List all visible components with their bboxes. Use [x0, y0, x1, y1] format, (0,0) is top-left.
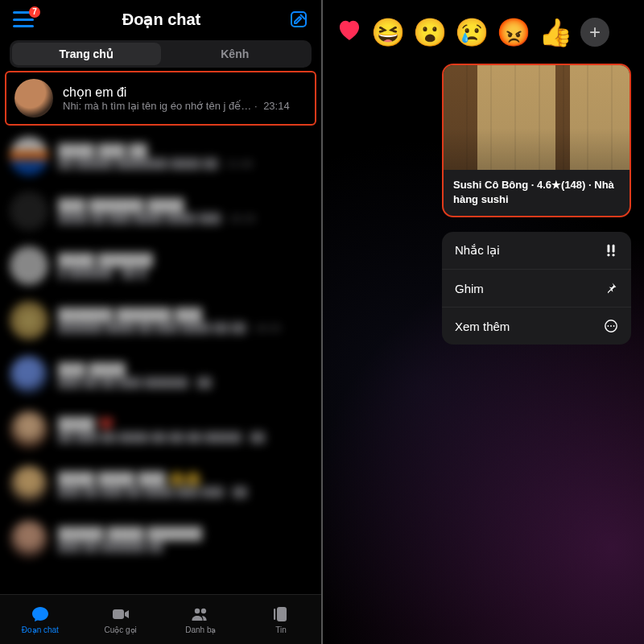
- chat-list-screen: 7 Đoạn chat Trang chủ Kênh chọn em đi Nh…: [0, 0, 321, 644]
- react-like[interactable]: 👍: [539, 19, 572, 46]
- svg-point-2: [195, 609, 200, 613]
- compose-button[interactable]: [289, 10, 308, 29]
- tab-home[interactable]: Trang chủ: [12, 43, 161, 65]
- chat-preview: Nhi: mà h tìm lại tên ig éo nhớ tên j đế…: [63, 100, 307, 112]
- more-icon: [604, 319, 618, 333]
- svg-rect-0: [291, 12, 306, 27]
- svg-point-12: [610, 325, 612, 327]
- react-angry[interactable]: 😡: [497, 19, 530, 46]
- avatar: [14, 79, 53, 118]
- menu-label: Xem thêm: [455, 320, 510, 333]
- video-icon: [109, 605, 132, 624]
- card-caption: Sushi Cô Bông · 4.6★(148) · Nhà hàng sus…: [444, 170, 630, 216]
- bottom-nav: Đoạn chat Cuộc gọi Danh bạ Tin: [0, 594, 321, 644]
- people-icon: [189, 605, 212, 624]
- react-wow[interactable]: 😮: [413, 19, 447, 46]
- pin-icon: [604, 281, 618, 295]
- stories-icon: [270, 605, 292, 624]
- svg-point-9: [612, 254, 614, 256]
- svg-rect-4: [277, 607, 287, 621]
- tabs: Trang chủ Kênh: [10, 40, 312, 68]
- chat-info: chọn em đi Nhi: mà h tìm lại tên ig éo n…: [63, 85, 307, 112]
- message-card[interactable]: Sushi Cô Bông · 4.6★(148) · Nhà hàng sus…: [442, 64, 631, 217]
- card-image: [444, 65, 630, 170]
- top-bar: 7 Đoạn chat: [0, 0, 321, 34]
- svg-rect-6: [608, 245, 610, 253]
- chat-title: chọn em đi: [63, 85, 307, 100]
- nav-label: Cuộc gọi: [104, 625, 136, 634]
- chat-list: chọn em đi Nhi: mà h tìm lại tên ig éo n…: [0, 71, 321, 567]
- svg-point-11: [608, 325, 609, 327]
- svg-rect-5: [274, 609, 275, 620]
- svg-point-3: [201, 609, 206, 613]
- react-laugh[interactable]: 😆: [371, 19, 405, 46]
- chat-icon: [29, 605, 52, 624]
- svg-point-7: [607, 254, 609, 256]
- nav-stories[interactable]: Tin: [241, 595, 321, 644]
- nav-people[interactable]: Danh bạ: [161, 595, 242, 644]
- nav-label: Đoạn chat: [22, 625, 59, 634]
- reaction-bar: 😆 😮 😢 😡 👍 +: [323, 0, 644, 57]
- heart-icon: [336, 16, 363, 43]
- nav-calls[interactable]: Cuộc gọi: [80, 595, 161, 644]
- svg-rect-1: [113, 609, 124, 619]
- exclaim-icon: [604, 243, 618, 258]
- chat-time: 23:14: [263, 100, 290, 112]
- menu-button[interactable]: 7: [13, 11, 34, 27]
- svg-point-13: [613, 325, 615, 327]
- svg-rect-8: [613, 245, 615, 253]
- nav-chats[interactable]: Đoạn chat: [0, 595, 80, 644]
- chat-row-highlighted[interactable]: chọn em đi Nhi: mà h tìm lại tên ig éo n…: [5, 71, 316, 126]
- menu-pin[interactable]: Ghim: [442, 269, 631, 307]
- menu-remind[interactable]: Nhắc lại: [442, 232, 631, 269]
- tab-channels[interactable]: Kênh: [161, 43, 310, 65]
- message-actions-screen: 😆 😮 😢 😡 👍 + Sushi Cô Bông · 4.6★(148) · …: [323, 0, 644, 644]
- notification-badge: 7: [29, 6, 40, 18]
- react-add[interactable]: +: [580, 18, 609, 47]
- context-menu: Nhắc lại Ghim Xem thêm: [442, 232, 631, 345]
- menu-label: Ghim: [455, 282, 484, 295]
- menu-more[interactable]: Xem thêm: [442, 307, 631, 345]
- nav-label: Tin: [275, 625, 287, 634]
- nav-label: Danh bạ: [185, 625, 216, 634]
- menu-label: Nhắc lại: [455, 243, 500, 258]
- compose-icon: [289, 10, 308, 29]
- react-sad[interactable]: 😢: [455, 19, 489, 46]
- page-title: Đoạn chat: [122, 10, 201, 29]
- react-heart[interactable]: [336, 16, 363, 47]
